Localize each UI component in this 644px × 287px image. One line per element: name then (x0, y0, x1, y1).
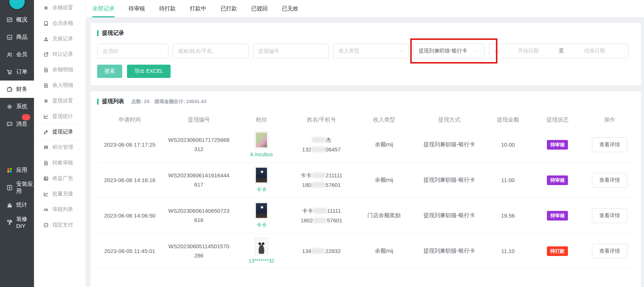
apply-time-cell: 2023-06-06 17:17:25 (97, 127, 162, 162)
withdraw-amount-cell: 11.00 (486, 163, 530, 198)
search-button[interactable]: 搜索 (97, 65, 122, 78)
withdraw-method-cell: 提现到兼职猫-银行卡 (413, 127, 486, 162)
submenu-item-label: 提现统计 (52, 113, 73, 120)
icon-sidebar: 概况 商品 会员 订单 财务 系统 消息 ... 应用 安装应用 统计 装修DI… (0, 0, 34, 287)
fan-name-link[interactable]: 13*******32 (249, 258, 274, 264)
sidebar-item-label: 装修DIY (16, 216, 34, 229)
chart-line-icon (43, 114, 49, 119)
submenu-item-withdraw-settings[interactable]: 提现设置 (34, 93, 86, 109)
sidebar-item-label: 概况 (16, 16, 27, 23)
nickname-input[interactable] (173, 44, 249, 58)
tab-invalid[interactable]: 已无效 (282, 0, 298, 17)
sidebar-item-label: 安装应用 (16, 181, 34, 195)
withdraw-status-cell: 待审核 (530, 163, 585, 198)
tab-pending-payment[interactable]: 待打款 (159, 0, 176, 17)
submenu-item-revenue-ads[interactable]: 收益广告 (34, 171, 86, 186)
tab-all-records[interactable]: 全部记录 (92, 0, 114, 17)
sidebar-item-decorate-diy[interactable]: 装修DIY (0, 213, 34, 231)
sidebar-item-label: 统计 (16, 201, 27, 208)
withdraw-method-select[interactable]: 提现到兼职猫-银行卡 (413, 44, 484, 58)
paint-roller-icon (6, 219, 13, 226)
table-row: 2023-06-06 14:06:50 WS202306061406507236… (97, 198, 634, 233)
apps-icon (6, 167, 13, 174)
icon-sidebar-top-group: 概况 商品 会员 订单 财务 系统 消息 ... (0, 11, 34, 133)
name-phone-cell: 卡卡211111 18057601 (288, 163, 356, 198)
status-tabbar: 全部记录待审核待打款打款中已打款已驳回已无效 (86, 0, 644, 18)
submenu-item-recharge-records[interactable]: 充值记录 (34, 31, 86, 47)
sidebar-item-install-apps[interactable]: 安装应用 (0, 179, 34, 196)
apply-time-cell: 2023-06-06 14:16:16 (97, 163, 162, 198)
date-range-picker[interactable]: 开始日期 至 结束日期 (489, 44, 628, 58)
view-detail-button[interactable]: 查看详情 (592, 244, 627, 259)
app-logo[interactable] (8, 0, 26, 10)
chevron-down-icon (475, 48, 480, 54)
privacy-blur-patch (314, 208, 327, 213)
column-header: 姓名/手机号 (288, 116, 356, 123)
clock-icon (494, 48, 500, 54)
income-type-cell: 余额mij (355, 233, 412, 269)
submenu-item-transfer-records[interactable]: 转让记录 (34, 47, 86, 62)
filter-buttons-row: 搜索 导出 EXCEL (97, 65, 634, 78)
submenu-item-points-management[interactable]: 积分管理 (34, 140, 86, 155)
action-cell: 查看详情 (585, 233, 634, 269)
tab-paying[interactable]: 打款中 (190, 0, 206, 17)
column-header: 申请时间 (97, 116, 162, 123)
submenu-item-balance-detail[interactable]: 余额明细 (34, 62, 86, 78)
app-root: 概况 商品 会员 订单 财务 系统 消息 ... 应用 安装应用 统计 装修DI… (0, 0, 644, 287)
submenu-item-income-detail[interactable]: 收入明细 (34, 78, 86, 93)
submenu-item-withdraw-records[interactable]: 提现记录 (34, 124, 86, 140)
icon-sidebar-gap (0, 133, 34, 161)
coins-icon (43, 145, 49, 150)
submenu-item-balance-settings[interactable]: 余额设置 (34, 0, 86, 16)
column-header: 提现编号 (162, 116, 236, 123)
submenu-item-transfer-review[interactable]: 转账审核 (34, 155, 86, 171)
submenu-item-withdraw-stats[interactable]: 提现统计 (34, 109, 86, 124)
tab-rejected[interactable]: 已驳回 (251, 0, 268, 17)
fan-name-link[interactable]: A Incubus (250, 151, 273, 157)
tab-paid[interactable]: 已打款 (220, 0, 237, 17)
sidebar-item-orders[interactable]: 订单 (0, 63, 34, 81)
column-header: 提现金额 (486, 116, 530, 123)
apply-time-cell: 2023-06-05 11:45:01 (97, 233, 162, 269)
sidebar-item-messages[interactable]: 消息 ... (0, 115, 34, 133)
view-detail-button[interactable]: 查看详情 (592, 208, 627, 223)
withdraw-no-cell: WS20230606140650723616 (162, 198, 236, 233)
sidebar-item-products[interactable]: 商品 (0, 28, 34, 46)
submenu-item-batch-recharge[interactable]: 批量充值 (34, 186, 86, 202)
status-badge: 待审核 (547, 140, 568, 150)
sidebar-item-overview[interactable]: 概况 (0, 11, 34, 28)
file-icon (43, 67, 49, 73)
chart-line-icon (43, 191, 49, 197)
submenu-item-review-list[interactable]: 审核列表 (34, 202, 86, 217)
sidebar-item-system[interactable]: 系统 (0, 98, 34, 115)
member-id-input[interactable] (97, 44, 168, 58)
submenu-item-designated-payment[interactable]: 指定支付 (34, 217, 86, 233)
privacy-blur-patch (313, 218, 326, 223)
external-icon (43, 52, 49, 57)
end-date-placeholder[interactable]: 结束日期 (566, 48, 623, 54)
fan-name-link[interactable]: 卡卡 (256, 222, 267, 229)
sidebar-item-finance[interactable]: 财务 (0, 81, 34, 98)
tab-pending-review[interactable]: 待审核 (129, 0, 145, 17)
sidebar-item-stats[interactable]: 统计 (0, 196, 34, 213)
date-separator: 至 (557, 48, 566, 54)
column-header: 收入类型 (355, 116, 412, 123)
view-detail-button[interactable]: 查看详情 (592, 173, 627, 188)
export-excel-button[interactable]: 导出 EXCEL (127, 65, 171, 78)
sidebar-item-apps[interactable]: 应用 (0, 161, 34, 179)
tab-label: 已驳回 (251, 5, 268, 12)
income-type-select[interactable]: 收入类型 (333, 44, 409, 58)
fan-name-link[interactable]: 卡卡 (256, 187, 267, 193)
panda-avatar (255, 238, 268, 254)
list-title-row: 提现列表 总数: 24 提现金额合计: 24541.43 (97, 98, 634, 105)
view-detail-button[interactable]: 查看详情 (592, 137, 627, 152)
submenu-item-member-balance[interactable]: 会员余额 (34, 16, 86, 31)
unread-badge: ... (22, 114, 30, 120)
withdraw-amount-cell: 10.00 (486, 127, 530, 162)
fan-cell: A Incubus (235, 127, 287, 162)
tab-label: 已无效 (282, 5, 298, 12)
withdraw-no-input[interactable] (253, 44, 329, 58)
finance-icon (6, 86, 13, 93)
start-date-placeholder[interactable]: 开始日期 (500, 48, 557, 54)
sidebar-item-members[interactable]: 会员 (0, 46, 34, 63)
